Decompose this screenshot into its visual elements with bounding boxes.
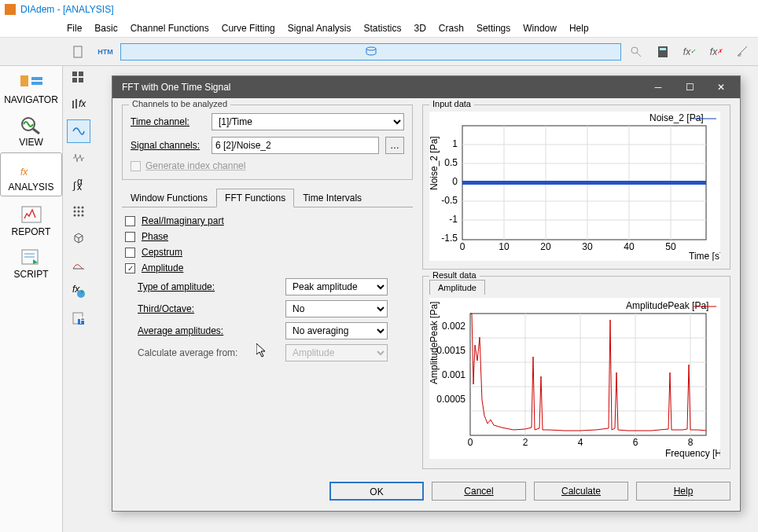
menu-basic[interactable]: Basic — [94, 23, 117, 34]
svg-point-33 — [78, 215, 80, 217]
tool-calc[interactable] — [651, 41, 675, 63]
tool-crash[interactable] — [67, 253, 90, 277]
svg-point-1 — [366, 47, 376, 50]
third-octave-select[interactable]: No — [285, 300, 388, 317]
menubar: File Basic Channel Functions Curve Fitti… — [0, 19, 758, 38]
nav-view[interactable]: VIEW — [0, 108, 62, 151]
toolbar: HTM fx✓ fx✗ — [0, 38, 758, 66]
type-amplitude-label: Type of amplitude: — [138, 281, 279, 292]
tool-htm[interactable]: HTM — [94, 41, 117, 63]
tool-data[interactable] — [120, 43, 621, 61]
svg-rect-21 — [75, 99, 77, 108]
menu-file[interactable]: File — [67, 23, 82, 34]
chk-label: Cepstrum — [142, 247, 182, 258]
time-channel-select[interactable]: [1]/Time — [212, 113, 404, 130]
tool-ruler[interactable] — [731, 41, 755, 63]
signal-channels-label: Signal channels: — [131, 140, 205, 151]
svg-point-26 — [74, 207, 76, 209]
nav-navigator[interactable]: NAVIGATOR — [0, 66, 62, 108]
tool-new[interactable] — [67, 41, 90, 63]
close-button[interactable]: ✕ — [705, 78, 737, 97]
script-icon — [17, 247, 46, 267]
menu-statistics[interactable]: Statistics — [364, 23, 402, 34]
svg-rect-16 — [72, 72, 77, 76]
amplitude-checkbox[interactable]: ✓ Amplitude — [125, 262, 413, 273]
menu-channel-functions[interactable]: Channel Functions — [131, 23, 209, 34]
minimize-button[interactable]: ─ — [642, 78, 674, 97]
svg-text:50: 50 — [665, 241, 676, 252]
tool-grid[interactable] — [67, 66, 90, 90]
analysis-icon: fx — [17, 160, 46, 180]
svg-text:0.0015: 0.0015 — [436, 345, 465, 356]
checkbox-icon — [125, 216, 135, 226]
tab-window-functions[interactable]: Window Functions — [122, 189, 216, 207]
svg-rect-5 — [660, 48, 666, 50]
tab-fft-functions[interactable]: FFT Functions — [216, 189, 294, 207]
menu-window[interactable]: Window — [523, 23, 557, 34]
tool-cube[interactable] — [67, 226, 90, 250]
generate-index-label: Generate index channel — [145, 160, 245, 171]
signal-browse-button[interactable]: … — [385, 137, 404, 154]
maximize-button[interactable]: ☐ — [674, 78, 705, 97]
tool-bars-fx[interactable]: fx — [67, 93, 90, 116]
tool-report-f[interactable]: F — [67, 306, 90, 330]
legend-text: Noise_2 [Pa] — [649, 112, 704, 123]
ok-button[interactable]: OK — [329, 482, 424, 501]
svg-point-27 — [78, 207, 80, 209]
type-amplitude-select[interactable]: Peak amplitude — [285, 278, 388, 295]
dialog-title: FFT with One Time Signal — [122, 82, 642, 93]
phase-checkbox[interactable]: Phase — [125, 231, 413, 242]
result-chart: AmplitudePeak [Pa] AmplitudePeak [Pa] 0.… — [429, 298, 720, 459]
menu-curve-fitting[interactable]: Curve Fitting — [222, 23, 275, 34]
svg-rect-7 — [31, 77, 42, 80]
menu-help[interactable]: Help — [569, 23, 589, 34]
menu-crash[interactable]: Crash — [439, 23, 464, 34]
svg-text:fx: fx — [79, 98, 86, 109]
real-imaginary-checkbox[interactable]: Real/Imaginary part — [125, 215, 413, 226]
average-amplitudes-label: Average amplitudes: — [138, 325, 279, 336]
svg-text:0: 0 — [452, 176, 458, 187]
tool-pulse[interactable] — [67, 146, 90, 170]
nav-label: SCRIPT — [13, 269, 48, 280]
svg-rect-19 — [79, 78, 83, 83]
nav-report[interactable]: REPORT — [0, 198, 62, 240]
menu-settings[interactable]: Settings — [477, 23, 510, 34]
tab-time-intervals[interactable]: Time Intervals — [294, 189, 370, 207]
svg-rect-8 — [31, 82, 42, 85]
calculate-button[interactable]: Calculate — [534, 482, 628, 501]
tool-integral[interactable]: ∫αx — [67, 173, 90, 196]
channels-group-label: Channels to be analyzed — [129, 99, 230, 108]
tool-search[interactable] — [624, 41, 648, 63]
tool-column: fx ∫αx fx F — [63, 38, 94, 532]
tool-fx-close[interactable]: fx✗ — [705, 41, 728, 63]
svg-rect-12 — [22, 207, 41, 222]
nav-label: ANALYSIS — [9, 182, 54, 193]
tool-matrix[interactable] — [67, 200, 90, 223]
tool-wave[interactable] — [67, 119, 90, 143]
legend-text: AmplitudePeak [Pa] — [626, 300, 708, 311]
checkbox-icon — [131, 161, 141, 171]
time-channel-label: Time channel: — [131, 116, 205, 127]
fft-dialog: FFT with One Time Signal ─ ☐ ✕ Channels … — [112, 75, 741, 512]
help-button[interactable]: Help — [636, 482, 730, 501]
signal-channels-input[interactable]: 6 [2]/Noise_2 — [212, 137, 379, 154]
menu-signal-analysis[interactable]: Signal Analysis — [288, 23, 351, 34]
tool-fx-pie[interactable]: fx — [67, 280, 90, 303]
y-axis-label: Noise_2 [Pa] — [429, 136, 440, 190]
nav-analysis[interactable]: fx ANALYSIS — [0, 152, 62, 196]
result-tab-amplitude[interactable]: Amplitude — [429, 280, 485, 295]
tool-fx-check[interactable]: fx✓ — [678, 41, 701, 63]
svg-rect-17 — [79, 72, 83, 76]
svg-text:-1: -1 — [449, 214, 458, 225]
dialog-footer: OK Cancel Calculate Help — [112, 475, 740, 507]
nav-script[interactable]: SCRIPT — [0, 240, 62, 283]
svg-text:4: 4 — [578, 437, 583, 448]
input-chart-title: Input data — [429, 99, 474, 108]
svg-text:∫: ∫ — [72, 180, 76, 191]
menu-3d[interactable]: 3D — [414, 23, 426, 34]
svg-text:30: 30 — [582, 241, 593, 252]
cancel-button[interactable]: Cancel — [432, 482, 526, 501]
cepstrum-checkbox[interactable]: Cepstrum — [125, 247, 413, 258]
average-amplitudes-select[interactable]: No averaging — [285, 322, 388, 339]
svg-point-32 — [74, 215, 76, 217]
